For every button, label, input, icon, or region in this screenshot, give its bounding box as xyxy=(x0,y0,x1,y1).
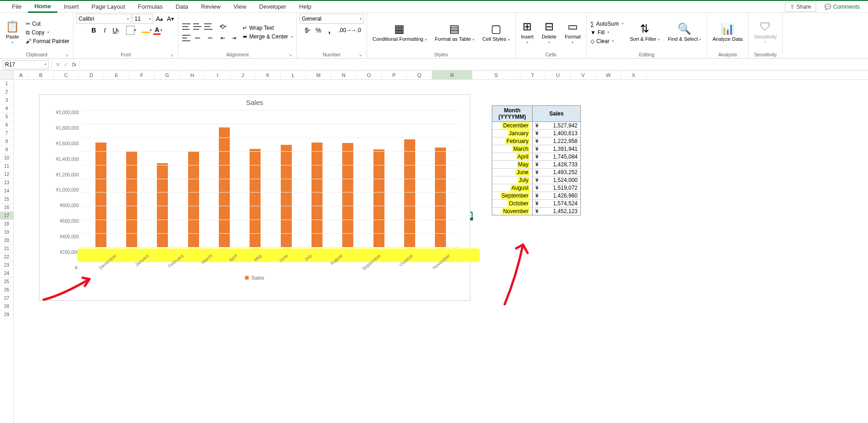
column-header[interactable]: B xyxy=(28,71,54,79)
fill-color-button[interactable]: ▾ xyxy=(142,25,152,35)
row-header[interactable]: 2 xyxy=(0,88,13,96)
tab-developer[interactable]: Developer xyxy=(253,1,293,12)
formula-input[interactable] xyxy=(82,60,868,69)
share-button[interactable]: ⇧Share xyxy=(785,2,816,12)
table-row[interactable]: October¥1,574,524 xyxy=(492,200,580,208)
row-header[interactable]: 23 xyxy=(0,261,13,269)
tab-data[interactable]: Data xyxy=(169,1,195,12)
row-header[interactable]: 29 xyxy=(0,311,13,319)
row-header[interactable]: 8 xyxy=(0,137,13,146)
tab-insert[interactable]: Insert xyxy=(57,1,85,12)
column-header[interactable]: I xyxy=(205,71,230,79)
column-header[interactable]: O xyxy=(356,71,382,79)
row-header[interactable]: 12 xyxy=(0,170,13,179)
row-header[interactable]: 1 xyxy=(0,80,13,88)
row-header[interactable]: 20 xyxy=(0,236,13,245)
row-header[interactable]: 19 xyxy=(0,228,13,236)
grow-font-button[interactable]: A▴ xyxy=(154,14,164,24)
merge-center-button[interactable]: ⬌Merge & Center▾ xyxy=(242,33,294,40)
chart-bar[interactable] xyxy=(95,143,106,247)
sort-filter-button[interactable]: ⇅Sort & Filter ▾ xyxy=(627,22,662,43)
align-right-button[interactable] xyxy=(203,33,213,43)
launcher-icon[interactable]: ↘ xyxy=(358,52,362,57)
row-header[interactable]: 28 xyxy=(0,302,13,311)
tab-review[interactable]: Review xyxy=(195,1,227,12)
column-header[interactable]: N xyxy=(331,71,356,79)
row-header[interactable]: 3 xyxy=(0,96,13,104)
chart-bar[interactable] xyxy=(435,148,446,247)
insert-cells-button[interactable]: ⊞Insert▾ xyxy=(518,19,537,45)
align-middle-button[interactable] xyxy=(192,22,202,32)
chart-bar[interactable] xyxy=(157,163,168,247)
row-header[interactable]: 24 xyxy=(0,269,13,278)
row-header[interactable]: 5 xyxy=(0,113,13,121)
data-table[interactable]: Month (YYYYMM) Sales December¥1,527,942J… xyxy=(492,105,581,215)
chart-bar[interactable] xyxy=(312,143,323,247)
sensitivity-button[interactable]: 🛡Sensitivity▾ xyxy=(751,19,780,45)
currency-button[interactable]: $▾ xyxy=(302,25,312,35)
chart-bar[interactable] xyxy=(126,151,137,247)
row-header[interactable]: 9 xyxy=(0,146,13,154)
column-header[interactable]: U xyxy=(545,71,571,79)
table-row[interactable]: February¥1,222,958 xyxy=(492,137,580,145)
tab-home[interactable]: Home xyxy=(28,1,57,13)
clear-button[interactable]: ◇Clear▾ xyxy=(590,38,624,45)
format-cells-button[interactable]: ▭Format▾ xyxy=(562,19,584,45)
row-header[interactable]: 13 xyxy=(0,179,13,187)
fill-handle[interactable] xyxy=(470,218,473,220)
autosum-button[interactable]: ∑AutoSum▾ xyxy=(590,20,624,27)
row-header[interactable]: 6 xyxy=(0,121,13,129)
align-center-button[interactable] xyxy=(192,33,202,43)
column-header[interactable]: S xyxy=(473,71,520,79)
align-top-button[interactable] xyxy=(181,22,191,32)
row-header[interactable]: 17 xyxy=(0,212,13,220)
column-header[interactable]: G xyxy=(155,71,180,79)
tab-page-layout[interactable]: Page Layout xyxy=(85,1,132,12)
column-header[interactable]: T xyxy=(520,71,545,79)
table-row[interactable]: January¥1,400,613 xyxy=(492,130,580,137)
launcher-icon[interactable]: ↘ xyxy=(288,52,292,57)
column-header[interactable]: P xyxy=(382,71,407,79)
analyze-data-button[interactable]: 📊Analyze Data xyxy=(710,22,745,43)
column-header[interactable]: V xyxy=(571,71,596,79)
comments-button[interactable]: 💬Comments xyxy=(820,2,864,12)
italic-button[interactable]: I xyxy=(100,25,110,35)
column-header[interactable]: W xyxy=(596,71,621,79)
launcher-icon[interactable]: ↘ xyxy=(170,52,173,57)
column-header[interactable]: J xyxy=(230,71,256,79)
column-header[interactable]: A xyxy=(14,71,28,79)
select-all-corner[interactable] xyxy=(0,71,14,79)
column-header[interactable]: F xyxy=(129,71,155,79)
shrink-font-button[interactable]: A▾ xyxy=(165,14,175,24)
column-header[interactable]: M xyxy=(306,71,331,79)
font-color-button[interactable]: A▾ xyxy=(153,25,163,35)
decrease-indent-button[interactable]: ⇤ xyxy=(218,33,228,43)
tab-view[interactable]: View xyxy=(227,1,253,12)
chart-bar[interactable] xyxy=(373,149,384,247)
row-header[interactable]: 18 xyxy=(0,220,13,228)
launcher-icon[interactable]: ↘ xyxy=(65,52,68,57)
row-header[interactable]: 25 xyxy=(0,278,13,286)
row-header[interactable]: 4 xyxy=(0,104,13,113)
column-header[interactable]: K xyxy=(256,71,281,79)
row-header[interactable]: 16 xyxy=(0,203,13,212)
cut-button[interactable]: ✂Cut xyxy=(25,20,70,27)
table-row[interactable]: April¥1,745,084 xyxy=(492,153,580,161)
format-as-table-button[interactable]: ▤Format as Table ▾ xyxy=(432,22,477,43)
increase-decimal-button[interactable]: .00→ xyxy=(340,25,350,35)
chart-bar[interactable] xyxy=(281,145,292,247)
find-select-button[interactable]: 🔍Find & Select ▾ xyxy=(665,22,704,43)
column-header[interactable]: X xyxy=(621,71,646,79)
column-header[interactable]: D xyxy=(79,71,104,79)
font-size-combo[interactable]: 11▾ xyxy=(132,14,153,24)
chart-object[interactable]: Sales ¥2,000,000¥1,800,000¥1,600,000¥1,4… xyxy=(39,94,470,301)
format-painter-button[interactable]: 🖌Format Painter xyxy=(25,38,70,45)
table-row[interactable]: May¥1,428,733 xyxy=(492,161,580,169)
align-left-button[interactable] xyxy=(181,33,191,43)
table-row[interactable]: September¥1,426,960 xyxy=(492,192,580,200)
percent-button[interactable]: % xyxy=(313,25,323,35)
row-header[interactable]: 27 xyxy=(0,294,13,302)
column-header[interactable]: L xyxy=(281,71,306,79)
cell-styles-button[interactable]: ▢Cell Styles ▾ xyxy=(480,22,512,43)
table-row[interactable]: November¥1,452,123 xyxy=(492,208,580,215)
